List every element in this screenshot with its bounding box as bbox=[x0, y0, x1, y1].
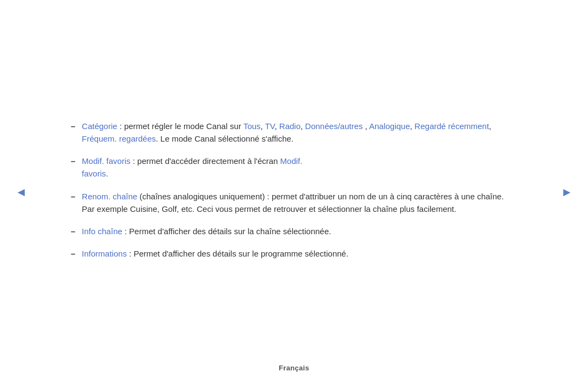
link-tous: Tous bbox=[243, 121, 261, 131]
list-item: – Renom. chaîne (chaînes analogiques uni… bbox=[71, 190, 517, 216]
content-area: – Catégorie : permet régler le mode Cana… bbox=[60, 103, 528, 281]
bullet-text-informations: Informations : Permet d'afficher des dét… bbox=[82, 247, 517, 260]
bullet-dash: – bbox=[71, 190, 75, 203]
nav-arrow-left[interactable]: ◄ bbox=[10, 180, 33, 205]
link-frequem: Fréquem. regardées bbox=[82, 134, 156, 143]
link-analogique: Analogique bbox=[369, 121, 410, 131]
bullet-text-info-chaine: Info chaîne : Permet d'afficher des déta… bbox=[82, 225, 517, 237]
keyword-categorie: Catégorie bbox=[82, 121, 117, 131]
bullet-text-modif: Modif. favoris : permet d'accéder direct… bbox=[82, 155, 517, 180]
footer-label: Français bbox=[279, 364, 309, 372]
bullet-dash: – bbox=[71, 120, 75, 132]
bullet-list: – Catégorie : permet régler le mode Cana… bbox=[71, 120, 517, 260]
link-radio: Radio bbox=[279, 121, 301, 131]
nav-arrow-right[interactable]: ► bbox=[555, 180, 578, 205]
list-item: – Catégorie : permet régler le mode Cana… bbox=[71, 120, 517, 145]
list-item: – Info chaîne : Permet d'afficher des dé… bbox=[71, 225, 517, 237]
link-donnees: Données/autres bbox=[305, 121, 363, 131]
list-item: – Informations : Permet d'afficher des d… bbox=[71, 247, 517, 260]
bullet-dash: – bbox=[71, 155, 75, 167]
bullet-text-renom: Renom. chaîne (chaînes analogiques uniqu… bbox=[82, 190, 517, 216]
page-container: ◄ – Catégorie : permet régler le mode Ca… bbox=[0, 0, 588, 384]
bullet-dash: – bbox=[71, 247, 75, 260]
list-item: – Modif. favoris : permet d'accéder dire… bbox=[71, 155, 517, 180]
keyword-informations: Informations bbox=[82, 249, 127, 258]
keyword-info-chaine: Info chaîne bbox=[82, 227, 122, 236]
link-regarde: Regardé récemment bbox=[414, 121, 489, 131]
bullet-dash: – bbox=[71, 225, 75, 237]
bullet-text-categorie: Catégorie : permet régler le mode Canal … bbox=[82, 120, 517, 145]
link-tv: TV bbox=[265, 121, 275, 131]
keyword-renom-chaine: Renom. chaîne bbox=[82, 192, 137, 201]
keyword-modif-favoris: Modif. favoris bbox=[82, 156, 130, 166]
